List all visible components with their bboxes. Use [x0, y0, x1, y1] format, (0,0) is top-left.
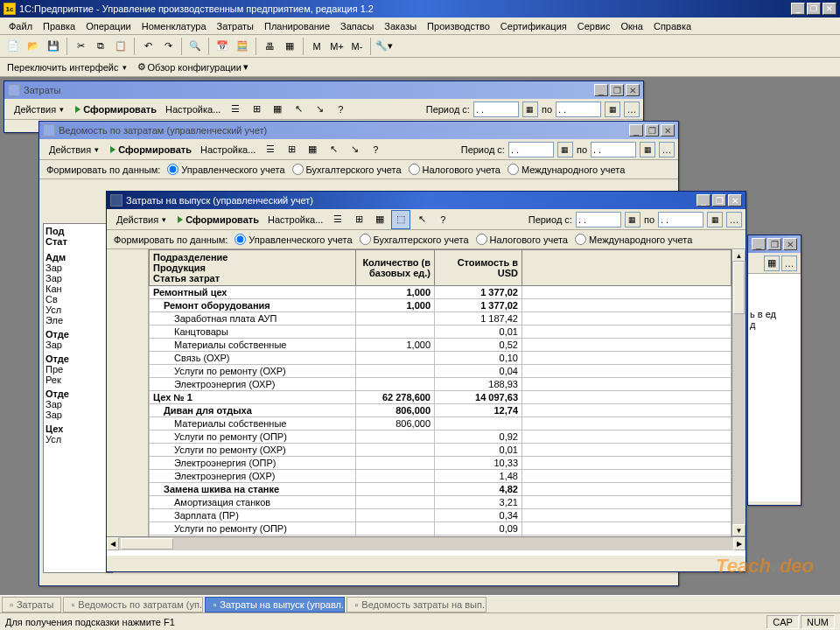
up-icon[interactable]: ↖: [324, 140, 343, 159]
table-row[interactable]: Замена шкива на станке4,82: [150, 483, 732, 496]
m2-icon[interactable]: M+: [327, 37, 346, 56]
table-row[interactable]: Электроэнергия (ОПР)10,33: [150, 457, 732, 470]
menu-service[interactable]: Сервис: [572, 19, 616, 33]
period-more-button[interactable]: …: [726, 212, 742, 228]
table-row[interactable]: Ремонтный цех1,0001 377,02: [150, 286, 732, 299]
tree2-icon[interactable]: ⊞: [282, 140, 301, 159]
max-button[interactable]: ❐: [645, 124, 659, 136]
paste-icon[interactable]: 📋: [111, 37, 130, 56]
undo-icon[interactable]: ↶: [138, 37, 158, 56]
table-row[interactable]: Зарплата (ПР)0,34: [150, 509, 732, 522]
table-row[interactable]: Услуги по ремонту (ОХР)0,04: [150, 365, 732, 378]
min-button[interactable]: _: [594, 84, 608, 96]
table-row[interactable]: Диван для отдыха806,00012,74: [150, 404, 732, 417]
actions-menu[interactable]: Действия: [43, 142, 105, 158]
calendar-icon[interactable]: ▦: [764, 256, 780, 271]
menu-stock[interactable]: Запасы: [335, 19, 379, 33]
period-to-input[interactable]: [658, 212, 704, 228]
table-row[interactable]: Заработная плата АУП1 187,42: [150, 312, 732, 326]
table-row[interactable]: Услуги по ремонту (ОПР)0,92: [150, 430, 732, 444]
period-from-input[interactable]: [508, 142, 554, 158]
scroll-right-icon[interactable]: ▶: [733, 537, 746, 550]
table-row[interactable]: Амортизация станков3,21: [150, 496, 732, 509]
menu-production[interactable]: Производство: [422, 19, 495, 33]
redo-icon[interactable]: ↷: [158, 37, 178, 56]
radio-accounting[interactable]: Бухгалтерского учета: [292, 164, 402, 175]
menu-help[interactable]: Справка: [648, 19, 696, 33]
help-icon[interactable]: ?: [331, 100, 350, 119]
col-dept[interactable]: Подразделение Продукция Статья затрат: [150, 250, 356, 286]
calendar-icon[interactable]: 📅: [213, 37, 232, 56]
radio-mgmt[interactable]: Управленческого учета: [167, 164, 284, 175]
m-icon[interactable]: M: [307, 37, 326, 56]
calc-icon[interactable]: 🧮: [233, 37, 252, 56]
menu-operations[interactable]: Операции: [80, 19, 136, 33]
table-row[interactable]: Материалы собственные1,0000,52: [150, 339, 732, 352]
radio-accounting[interactable]: Бухгалтерского учета: [360, 234, 469, 245]
tools-icon[interactable]: 🔧▾: [374, 37, 394, 56]
taskbar-tab[interactable]: ▫Ведомость затраты на вып...: [346, 597, 486, 612]
table-row[interactable]: Услуги по ремонту (ОХР)0,01: [150, 444, 732, 457]
table-row[interactable]: Услуги по ремонту (ОПР)0,09: [150, 522, 732, 536]
radio-tax[interactable]: Налогового учета: [409, 164, 500, 175]
table-row[interactable]: Электроэнергия (ОПР)1,03: [150, 536, 732, 537]
selection-icon[interactable]: ⬚: [391, 210, 410, 229]
print-icon[interactable]: 🖶: [260, 37, 279, 56]
taskbar-tab-active[interactable]: ▫Затраты на выпуск (управл...: [205, 597, 345, 612]
period-from-input[interactable]: [576, 212, 621, 228]
period-more-button[interactable]: …: [624, 102, 640, 117]
down-icon[interactable]: ↘: [310, 100, 329, 119]
minimize-button[interactable]: _: [791, 3, 805, 15]
more-button[interactable]: …: [781, 256, 797, 271]
up-icon[interactable]: ↖: [289, 100, 308, 119]
copy-icon[interactable]: ⧉: [91, 37, 110, 56]
tree2-icon[interactable]: ⊞: [247, 100, 266, 119]
vertical-scrollbar[interactable]: ▲ ▼: [732, 249, 746, 536]
table-row[interactable]: Цех № 162 278,60014 097,63: [150, 391, 732, 404]
table-row[interactable]: Электроэнергия (ОХР)1,48: [150, 470, 732, 483]
calendar-icon[interactable]: ▦: [625, 212, 640, 228]
form-button[interactable]: Сформировать: [72, 102, 160, 116]
form-button[interactable]: Сформировать: [107, 143, 195, 157]
min-button[interactable]: _: [752, 238, 766, 250]
data-grid[interactable]: Подразделение Продукция Статья затрат Ко…: [149, 249, 732, 536]
table-row[interactable]: Материалы собственные806,000: [150, 417, 732, 430]
radio-mgmt[interactable]: Управленческого учета: [234, 234, 352, 245]
calendar-icon[interactable]: ▦: [605, 102, 620, 117]
table-row[interactable]: Электроэнергия (ОХР)188,93: [150, 378, 732, 391]
form-button[interactable]: Сформировать: [174, 213, 262, 227]
setup-button[interactable]: Настройка...: [162, 102, 224, 116]
open-icon[interactable]: 📂: [24, 37, 43, 56]
scroll-thumb[interactable]: [733, 262, 745, 314]
max-button[interactable]: ❐: [712, 194, 726, 206]
scroll-thumb[interactable]: [121, 538, 173, 550]
scroll-down-icon[interactable]: ▼: [732, 524, 746, 536]
cut-icon[interactable]: ✂: [71, 37, 90, 56]
max-button[interactable]: ❐: [610, 84, 624, 96]
tree-icon[interactable]: ☰: [226, 100, 245, 119]
close-button[interactable]: ✕: [728, 194, 742, 206]
find-icon[interactable]: 🔍: [186, 37, 205, 56]
down-icon[interactable]: ↘: [345, 140, 364, 159]
radio-intl[interactable]: Международного учета: [575, 234, 692, 245]
scroll-left-icon[interactable]: ◀: [107, 537, 119, 550]
tree-icon[interactable]: ☰: [261, 140, 280, 159]
min-button[interactable]: _: [696, 194, 710, 206]
menu-file[interactable]: Файл: [4, 19, 38, 33]
radio-tax[interactable]: Налогового учета: [476, 234, 568, 245]
help-icon[interactable]: ?: [366, 140, 385, 159]
radio-intl[interactable]: Международного учета: [508, 164, 625, 175]
menu-planning[interactable]: Планирование: [259, 19, 335, 33]
taskbar-tab[interactable]: ▫Затраты: [2, 597, 61, 612]
window-vedomost-titlebar[interactable]: Ведомость по затратам (управленческий уч…: [39, 122, 678, 139]
menu-nomenclature[interactable]: Номенклатура: [136, 19, 212, 33]
fragment-titlebar[interactable]: _ ❐ ✕: [748, 235, 801, 253]
period-to-input[interactable]: [591, 142, 636, 158]
menu-orders[interactable]: Заказы: [379, 19, 422, 33]
close-button[interactable]: ✕: [626, 84, 640, 96]
new-icon[interactable]: 📄: [4, 37, 23, 56]
up-icon[interactable]: ↖: [412, 210, 431, 229]
grid-icon[interactable]: ▦: [268, 100, 287, 119]
scroll-up-icon[interactable]: ▲: [732, 249, 746, 262]
close-button[interactable]: ✕: [661, 124, 675, 136]
